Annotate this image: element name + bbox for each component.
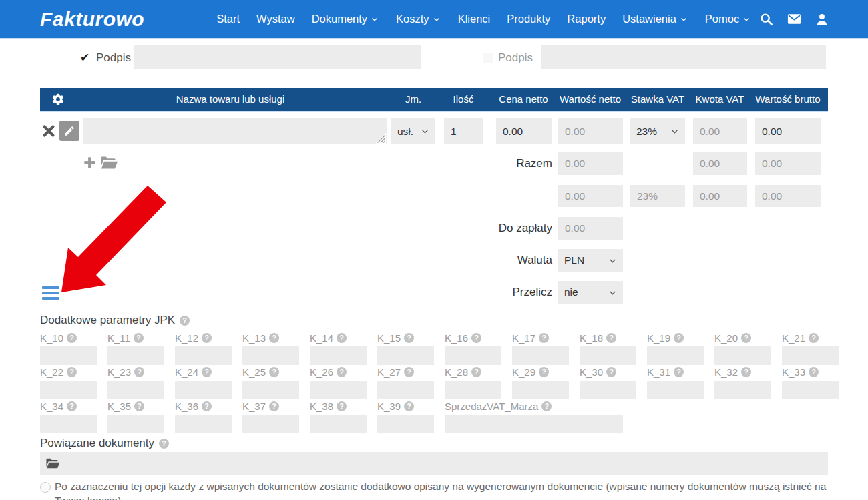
jpk-input-K_29[interactable] [512, 381, 569, 399]
help-icon[interactable]: ? [809, 367, 819, 377]
jpk-input-K_20[interactable] [714, 346, 771, 365]
jpk-input-K_13[interactable] [242, 346, 299, 365]
help-icon[interactable]: ? [741, 333, 751, 343]
jpk-input-SprzedazVAT_Marza[interactable] [445, 415, 623, 433]
quantity-input[interactable] [444, 118, 483, 144]
help-icon[interactable]: ? [202, 333, 212, 343]
jpk-input-K_38[interactable] [310, 415, 367, 433]
jpk-input-K_26[interactable] [310, 381, 367, 399]
jpk-input-K_37[interactable] [242, 415, 299, 433]
help-icon[interactable]: ? [269, 333, 279, 343]
nav-item-pomoc[interactable]: Pomoc [705, 13, 751, 25]
help-icon[interactable]: ? [134, 367, 144, 377]
help-icon[interactable]: ? [134, 401, 144, 411]
nav-item-start[interactable]: Start [216, 13, 240, 25]
jpk-input-K_23[interactable] [107, 381, 164, 399]
jpk-input-K_21[interactable] [782, 346, 839, 365]
search-icon[interactable] [759, 12, 774, 27]
jpk-input-K_34[interactable] [40, 415, 97, 433]
vat-summary-vat-amount[interactable] [693, 185, 747, 207]
help-icon[interactable]: ? [606, 367, 616, 377]
signature-left-checkbox-checked[interactable]: ✔ [80, 52, 89, 63]
gross-value-input[interactable] [755, 118, 821, 144]
jpk-input-K_11[interactable] [107, 346, 164, 365]
help-icon[interactable]: ? [541, 401, 552, 411]
help-icon[interactable]: ? [337, 401, 347, 411]
help-icon[interactable]: ? [134, 333, 144, 343]
resize-grip-icon[interactable] [375, 133, 386, 144]
folder-open-icon[interactable] [45, 457, 60, 470]
help-icon[interactable]: ? [674, 367, 684, 377]
jpk-input-K_15[interactable] [377, 346, 434, 365]
jpk-input-K_30[interactable] [580, 381, 636, 399]
jpk-input-K_32[interactable] [714, 381, 771, 399]
jpk-input-K_25[interactable] [242, 381, 299, 399]
convert-select[interactable]: nie [558, 281, 623, 304]
help-icon[interactable]: ? [741, 367, 751, 377]
jpk-input-K_27[interactable] [377, 381, 434, 399]
jpk-input-K_35[interactable] [107, 415, 164, 433]
add-item-icon[interactable] [82, 155, 97, 170]
jpk-input-K_31[interactable] [647, 381, 704, 399]
help-icon[interactable]: ? [67, 333, 77, 343]
signature-right-checkbox[interactable] [483, 53, 493, 63]
help-icon[interactable]: ? [471, 367, 481, 377]
help-icon[interactable]: ? [404, 367, 414, 377]
help-icon[interactable]: ? [471, 333, 481, 343]
vat-summary-gross-value[interactable] [755, 185, 821, 207]
nav-item-klienci[interactable]: Klienci [458, 13, 491, 25]
help-icon[interactable]: ? [269, 401, 279, 411]
currency-select[interactable]: PLN [558, 249, 623, 272]
nav-item-produkty[interactable]: Produkty [507, 13, 550, 25]
jpk-input-K_33[interactable] [782, 381, 839, 399]
help-icon[interactable]: ? [202, 367, 212, 377]
unit-select[interactable]: usł. [391, 118, 435, 144]
item-description-textarea[interactable] [83, 118, 387, 144]
nav-item-ustawienia[interactable]: Ustawienia [622, 13, 688, 25]
mail-icon[interactable] [787, 11, 802, 27]
folder-open-icon[interactable] [99, 154, 118, 171]
due-input[interactable] [558, 217, 623, 240]
jpk-input-K_19[interactable] [647, 346, 704, 365]
help-icon[interactable]: ? [269, 367, 279, 377]
help-icon[interactable]: ? [337, 367, 347, 377]
jpk-input-K_36[interactable] [175, 415, 232, 433]
nav-item-koszty[interactable]: Koszty [396, 13, 441, 25]
vat-summary-rate[interactable] [630, 185, 685, 207]
vat-rate-select[interactable]: 23% [630, 118, 685, 144]
totals-net-value[interactable] [558, 152, 623, 175]
totals-gross-value[interactable] [755, 152, 821, 175]
nav-item-dokumenty[interactable]: Dokumenty [312, 13, 379, 25]
jpk-input-K_24[interactable] [175, 381, 232, 399]
jpk-input-K_39[interactable] [377, 415, 434, 433]
help-icon[interactable]: ? [674, 333, 684, 343]
logo[interactable]: Fakturowo [40, 8, 144, 31]
net-value-input[interactable] [558, 118, 623, 144]
help-icon[interactable]: ? [159, 439, 169, 449]
delete-row-icon[interactable] [41, 123, 56, 138]
jpk-input-K_10[interactable] [40, 346, 97, 365]
totals-vat-amount[interactable] [693, 152, 747, 175]
user-icon[interactable] [815, 12, 829, 27]
jpk-input-K_22[interactable] [40, 381, 97, 399]
help-icon[interactable]: ? [337, 333, 347, 343]
help-icon[interactable]: ? [809, 333, 819, 343]
help-icon[interactable]: ? [539, 367, 549, 377]
vat-amount-input[interactable] [693, 118, 747, 144]
help-icon[interactable]: ? [404, 401, 414, 411]
jpk-input-K_18[interactable] [580, 346, 636, 365]
help-icon[interactable]: ? [67, 367, 77, 377]
help-icon[interactable]: ? [404, 333, 414, 343]
signature-left-input[interactable] [134, 45, 421, 69]
help-icon[interactable]: ? [539, 333, 549, 343]
edit-row-button[interactable] [59, 121, 79, 141]
jpk-input-K_16[interactable] [445, 346, 501, 365]
help-icon[interactable]: ? [606, 333, 616, 343]
nav-item-wystaw[interactable]: Wystaw [256, 13, 295, 25]
help-icon[interactable]: ? [180, 316, 190, 326]
jpk-input-K_28[interactable] [445, 381, 501, 399]
net-price-input[interactable] [496, 118, 552, 144]
related-documents-textarea[interactable] [40, 452, 828, 475]
jpk-input-K_12[interactable] [175, 346, 232, 365]
jpk-input-K_17[interactable] [512, 346, 569, 365]
